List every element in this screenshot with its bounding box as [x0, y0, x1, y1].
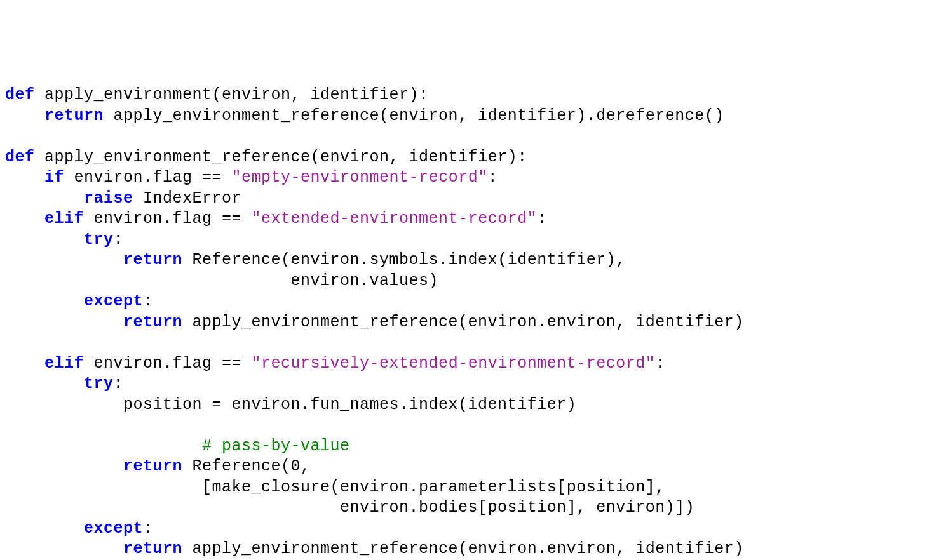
text-token: [5, 519, 84, 538]
text-token: apply_environment(environ, identifier):: [35, 86, 429, 104]
text-token: Reference(environ.symbols.index(identifi…: [182, 251, 626, 269]
text-token: environ.values): [5, 272, 438, 290]
text-token: [5, 251, 123, 269]
code-block: def apply_environment(environ, identifie…: [5, 85, 929, 560]
text-token: apply_environment_reference(environ.envi…: [182, 313, 744, 331]
code-line: return Reference(0,: [5, 457, 929, 477]
text-token: :: [655, 354, 665, 373]
string-token: "empty-environment-record": [232, 168, 488, 187]
comment-token: # pass-by-value: [202, 437, 350, 455]
text-token: :: [143, 519, 153, 538]
keyword-token: except: [84, 292, 143, 310]
keyword-token: return: [123, 457, 182, 476]
keyword-token: elif: [44, 210, 84, 228]
keyword-token: raise: [84, 189, 133, 208]
keyword-token: except: [84, 519, 143, 538]
code-line: try:: [5, 230, 929, 251]
code-line: return apply_environment_reference(envir…: [5, 539, 929, 560]
code-line: if environ.flag == "empty-environment-re…: [5, 168, 929, 189]
text-token: [5, 457, 123, 476]
code-line: except:: [5, 291, 929, 312]
text-token: [make_closure(environ.parameterlists[pos…: [5, 478, 665, 497]
code-line: [5, 415, 929, 436]
code-line: elif environ.flag == "extended-environme…: [5, 209, 929, 230]
code-line: position = environ.fun_names.index(ident…: [5, 395, 929, 416]
code-line: environ.values): [5, 271, 929, 292]
keyword-token: def: [5, 148, 35, 166]
text-token: :: [143, 292, 153, 310]
code-line: def apply_environment_reference(environ,…: [5, 147, 929, 168]
keyword-token: elif: [44, 354, 84, 373]
text-token: apply_environment_reference(environ, ide…: [35, 148, 527, 166]
string-token: "extended-environment-record": [252, 210, 538, 228]
text-token: [5, 375, 84, 393]
code-line: environ.bodies[position], environ)]): [5, 498, 929, 519]
text-token: [5, 313, 123, 331]
text-token: [5, 292, 84, 310]
text-token: :: [114, 230, 124, 249]
text-token: [5, 107, 44, 125]
text-token: apply_environment_reference(environ, ide…: [104, 107, 724, 125]
keyword-token: return: [123, 251, 182, 269]
text-token: environ.flag ==: [64, 168, 232, 187]
text-token: :: [488, 168, 498, 187]
code-line: raise IndexError: [5, 189, 929, 210]
text-token: [5, 540, 123, 558]
text-token: position = environ.fun_names.index(ident…: [5, 396, 576, 414]
text-token: [5, 354, 44, 373]
text-token: :: [537, 210, 547, 228]
text-token: [5, 210, 44, 228]
text-token: environ.flag ==: [84, 210, 252, 228]
code-line: try:: [5, 374, 929, 395]
text-token: [5, 437, 202, 455]
keyword-token: return: [44, 107, 104, 125]
text-token: :: [114, 375, 124, 393]
code-line: return Reference(environ.symbols.index(i…: [5, 250, 929, 271]
code-line: [5, 126, 929, 147]
text-token: [5, 168, 44, 187]
text-token: IndexError: [133, 189, 242, 208]
keyword-token: try: [84, 375, 114, 393]
code-line: return apply_environment_reference(envir…: [5, 312, 929, 333]
text-token: [5, 230, 84, 249]
keyword-token: return: [123, 313, 182, 331]
code-line: # pass-by-value: [5, 436, 929, 457]
code-line: def apply_environment(environ, identifie…: [5, 85, 929, 106]
keyword-token: return: [123, 540, 182, 558]
text-token: Reference(0,: [182, 457, 311, 476]
code-line: elif environ.flag == "recursively-extend…: [5, 354, 929, 375]
text-token: environ.bodies[position], environ)]): [5, 498, 694, 517]
keyword-token: if: [44, 168, 64, 187]
keyword-token: def: [5, 86, 35, 104]
code-line: [make_closure(environ.parameterlists[pos…: [5, 477, 929, 498]
code-line: [5, 333, 929, 354]
text-token: environ.flag ==: [84, 354, 252, 373]
text-token: [5, 189, 84, 208]
keyword-token: try: [84, 230, 114, 249]
string-token: "recursively-extended-environment-record…: [252, 354, 656, 373]
code-line: return apply_environment_reference(envir…: [5, 106, 929, 127]
code-line: except:: [5, 519, 929, 540]
text-token: apply_environment_reference(environ.envi…: [182, 540, 744, 558]
